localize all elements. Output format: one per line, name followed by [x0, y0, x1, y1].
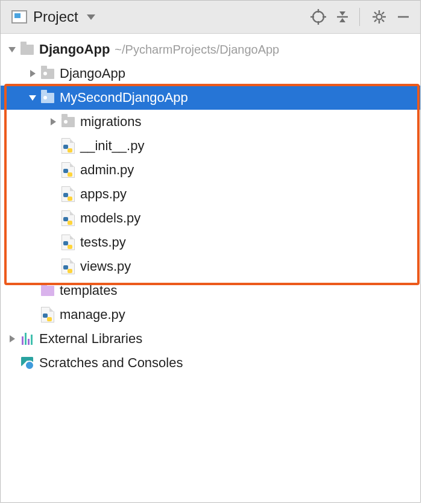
minimize-icon [395, 9, 411, 25]
tree-node-label: migrations [80, 114, 141, 130]
project-view-label: Project [33, 8, 78, 25]
collapse-all-button[interactable] [332, 6, 353, 28]
svg-marker-7 [339, 18, 345, 22]
tree-node-label: apps.py [80, 186, 127, 202]
tree-node-label: admin.py [80, 162, 134, 178]
expand-toggle[interactable] [46, 118, 60, 126]
tree-node-label: models.py [80, 210, 140, 226]
templates-folder-icon [39, 286, 56, 296]
tree-node-migrations[interactable]: migrations [1, 110, 420, 134]
chevron-down-icon [87, 14, 95, 20]
project-view-selector[interactable]: Project [11, 8, 95, 25]
python-file-icon [60, 235, 77, 250]
package-folder-icon [60, 117, 77, 127]
svg-marker-6 [339, 11, 345, 16]
package-folder-icon [39, 69, 56, 79]
tree-node-label: External Libraries [39, 331, 142, 347]
tree-node-label: Scratches and Consoles [39, 355, 183, 371]
tree-node-apps-py[interactable]: apps.py [1, 182, 420, 206]
tree-node-manage-py[interactable]: manage.py [1, 303, 420, 327]
tree-node-label: __init__.py [80, 138, 144, 154]
svg-line-16 [374, 20, 377, 22]
triangle-down-icon [28, 93, 37, 102]
python-file-icon [60, 210, 77, 226]
tree-node-admin-py[interactable]: admin.py [1, 158, 420, 182]
svg-line-14 [382, 20, 385, 22]
project-tree[interactable]: DjangoApp ~/PycharmProjects/DjangoApp Dj… [1, 34, 420, 502]
tree-node-djangoapp-inner[interactable]: DjangoApp [1, 61, 420, 86]
svg-point-0 [313, 11, 324, 22]
folder-icon [19, 45, 36, 55]
project-view-icon [11, 10, 27, 24]
svg-marker-19 [30, 70, 36, 77]
expand-toggle[interactable] [26, 69, 39, 78]
svg-marker-21 [51, 118, 56, 125]
separator [359, 8, 360, 26]
svg-marker-18 [8, 47, 16, 52]
expand-toggle[interactable] [5, 335, 19, 343]
expand-toggle[interactable] [5, 45, 19, 54]
tree-node-label: DjangoApp [39, 42, 110, 57]
hide-button[interactable] [392, 6, 414, 28]
tree-node-tests-py[interactable]: tests.py [1, 230, 420, 254]
tree-node-label: DjangoApp [60, 66, 125, 81]
svg-marker-20 [29, 95, 36, 101]
triangle-right-icon [49, 118, 57, 126]
tool-window-header: Project [1, 1, 420, 34]
target-icon [310, 9, 326, 25]
tree-node-path: ~/PycharmProjects/DjangoApp [115, 43, 279, 57]
python-file-icon [60, 138, 77, 154]
triangle-right-icon [8, 335, 16, 343]
expand-toggle[interactable] [26, 93, 39, 102]
python-file-icon [39, 307, 56, 323]
triangle-down-icon [8, 45, 16, 54]
python-file-icon [60, 186, 77, 202]
tree-node-external-libraries[interactable]: External Libraries [1, 327, 420, 351]
tree-node-label: templates [60, 283, 117, 298]
locate-button[interactable] [307, 6, 329, 28]
svg-marker-22 [10, 335, 15, 342]
tree-node-views-py[interactable]: views.py [1, 254, 420, 279]
tree-node-models-py[interactable]: models.py [1, 206, 420, 230]
tree-node-myseconddjangoapp[interactable]: MySecondDjangoApp [1, 86, 420, 110]
python-file-icon [60, 162, 77, 178]
svg-line-13 [374, 12, 377, 14]
tree-node-init-py[interactable]: __init__.py [1, 134, 420, 158]
tree-node-label: manage.py [60, 307, 125, 323]
triangle-right-icon [28, 69, 37, 78]
scratches-icon [19, 357, 36, 369]
svg-line-15 [382, 12, 385, 14]
tree-node-label: MySecondDjangoApp [60, 90, 188, 106]
gear-icon [371, 9, 387, 25]
tree-node-label: views.py [80, 259, 131, 274]
collapse-icon [335, 9, 350, 25]
tree-node-templates[interactable]: templates [1, 279, 420, 303]
svg-point-8 [377, 14, 382, 20]
tree-node-label: tests.py [80, 235, 126, 250]
settings-button[interactable] [368, 6, 390, 28]
package-folder-icon [39, 93, 56, 103]
tree-root-djangoapp[interactable]: DjangoApp ~/PycharmProjects/DjangoApp [1, 37, 420, 61]
python-file-icon [60, 259, 77, 274]
tree-node-scratches[interactable]: Scratches and Consoles [1, 351, 420, 375]
external-libraries-icon [19, 333, 36, 345]
